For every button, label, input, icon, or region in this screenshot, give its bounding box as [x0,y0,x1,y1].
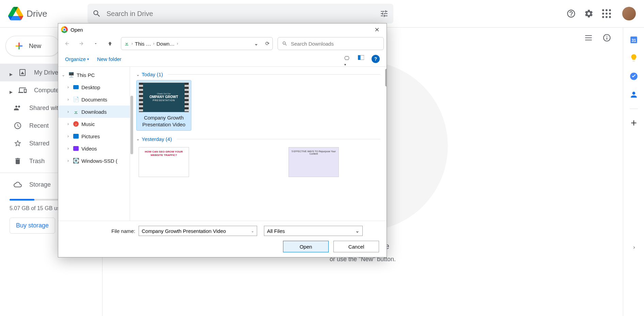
videos-icon [73,145,79,152]
chevron-right-icon: › [66,97,70,102]
help-icon[interactable] [566,9,576,18]
chevron-right-icon: › [66,109,70,114]
svg-rect-4 [358,55,361,60]
file-type-select[interactable]: All Files ⌄ [264,226,363,236]
organize-menu[interactable]: Organize ▾ [65,56,89,62]
contacts-icon[interactable] [629,90,638,99]
new-button[interactable]: New [5,36,60,56]
pictures-icon [73,133,79,140]
chevron-right-icon: › [66,146,70,151]
address-dropdown-icon[interactable]: ⌄ [254,41,258,47]
dialog-search[interactable] [278,37,384,50]
group-today[interactable]: ⌄ Today (1) [136,72,380,77]
buy-storage-button[interactable]: Buy storage [10,218,55,234]
calendar-icon[interactable]: 31 [629,35,638,44]
recent-icon [14,122,22,130]
chevron-right-icon: ▸ [10,88,14,92]
close-button[interactable] [370,25,384,35]
chevron-down-icon: ⌄ [61,73,66,77]
chevron-right-icon: › [66,85,70,90]
group-yesterday[interactable]: ⌄ Yesterday (4) [136,136,380,142]
file-list[interactable]: ⌄ Today (1) Check Out Our OMPANY GROWT P… [130,67,387,221]
dropdown-icon[interactable]: ⌄ [355,228,360,234]
tasks-icon[interactable] [629,72,638,81]
chrome-icon [61,26,68,33]
video-thumbnail: Check Out Our OMPANY GROWT PRESENTATION [139,82,189,112]
tree-windows-ssd[interactable]: › 💽 Windows-SSD ( [58,155,130,167]
search-bar[interactable] [88,4,393,23]
settings-icon[interactable] [584,9,594,18]
recent-locations-button[interactable] [90,37,102,50]
new-folder-button[interactable]: New folder [97,56,122,62]
apps-icon[interactable] [602,9,611,18]
my-drive-icon [18,68,27,77]
chevron-down-icon: ⌄ [136,72,140,77]
list-view-icon[interactable] [584,33,593,42]
address-bar[interactable]: › This … › Down… › ⌄ ⟳ [121,37,273,50]
tune-icon[interactable] [380,9,389,18]
dropdown-icon[interactable]: ⌄ [251,229,254,233]
dialog-title: Open [70,27,83,33]
chevron-right-icon: ▸ [10,70,14,75]
star-icon [14,139,22,147]
drive-logo[interactable]: Drive [8,6,47,21]
file-name-label: Company Growth Presentation Video [139,114,189,128]
tree-desktop[interactable]: › Desktop [58,81,130,93]
new-button-label: New [29,43,41,50]
close-icon [375,27,379,32]
tree-videos[interactable]: › Videos [58,142,130,155]
chevron-right-icon: › [153,41,155,46]
back-button[interactable] [61,37,73,50]
tree-music[interactable]: › ♪ Music [58,118,130,130]
side-rail: 31 [623,28,644,316]
file-seo[interactable]: HOW CAN SEO GROW YOUR WEBSITE TRAFFIC? [136,145,191,181]
folder-tree[interactable]: ⌄ 🖥️ This PC › Desktop › 📄 Documents › D… [58,67,130,221]
search-icon [92,9,101,18]
file-company-growth[interactable]: Check Out Our OMPANY GROWT PRESENTATION … [136,80,191,131]
info-icon[interactable] [602,33,611,42]
drive-disk-icon: 💽 [73,157,79,164]
avatar[interactable] [622,7,636,20]
tree-downloads[interactable]: › Downloads [58,106,130,118]
nav-label: Storage [29,181,51,188]
dialog-help-icon[interactable]: ? [372,55,380,63]
file-name-input[interactable]: Company Growth Presentation Video ⌄ [139,226,257,236]
breadcrumb-this-pc[interactable]: This … [135,41,151,47]
trash-icon [14,157,22,165]
chevron-right-icon: › [66,134,70,139]
keep-icon[interactable] [629,53,638,62]
chevron-right-icon: › [131,41,133,46]
view-mode-icon[interactable]: 🖵 ▾ [344,55,352,63]
file-list-scrollbar[interactable] [385,69,387,86]
dialog-footer: File name: Company Growth Presentation V… [58,221,387,257]
open-button[interactable]: Open [283,241,329,252]
nav-label: Recent [29,122,49,129]
downloads-folder-icon [124,41,129,47]
search-icon [282,41,287,46]
tree-this-pc[interactable]: ⌄ 🖥️ This PC [58,69,130,81]
file-name-label: File name: [111,228,135,234]
up-button[interactable] [104,37,116,50]
tree-pictures[interactable]: › Pictures [58,130,130,142]
nav-label: Trash [29,158,45,165]
preview-pane-icon[interactable] [358,55,365,63]
drive-logo-icon [8,6,23,21]
chevron-right-icon: › [66,122,70,126]
search-input[interactable] [107,10,380,18]
chevron-right-icon: › [66,158,70,163]
side-expand-icon[interactable] [632,243,637,252]
plus-icon [14,41,24,51]
breadcrumb-downloads[interactable]: Down… [157,41,175,47]
tree-documents[interactable]: › 📄 Documents [58,93,130,106]
dialog-titlebar: Open [58,23,387,36]
chevron-down-icon: ⌄ [136,137,140,141]
doc-thumbnail: HOW CAN SEO GROW YOUR WEBSITE TRAFFIC? [139,147,189,177]
file-repurpose[interactable]: 5 EFFECTIVE WAYS TO Repurpose Your Conte… [286,145,341,181]
dialog-body: ⌄ 🖥️ This PC › Desktop › 📄 Documents › D… [58,66,387,221]
dialog-search-input[interactable] [291,41,379,47]
refresh-icon[interactable]: ⟳ [265,41,270,47]
add-icon[interactable] [629,118,638,127]
forward-button[interactable] [75,37,88,50]
dialog-toolbar: Organize ▾ New folder 🖵 ▾ ? [58,51,387,66]
cancel-button[interactable]: Cancel [333,241,379,252]
